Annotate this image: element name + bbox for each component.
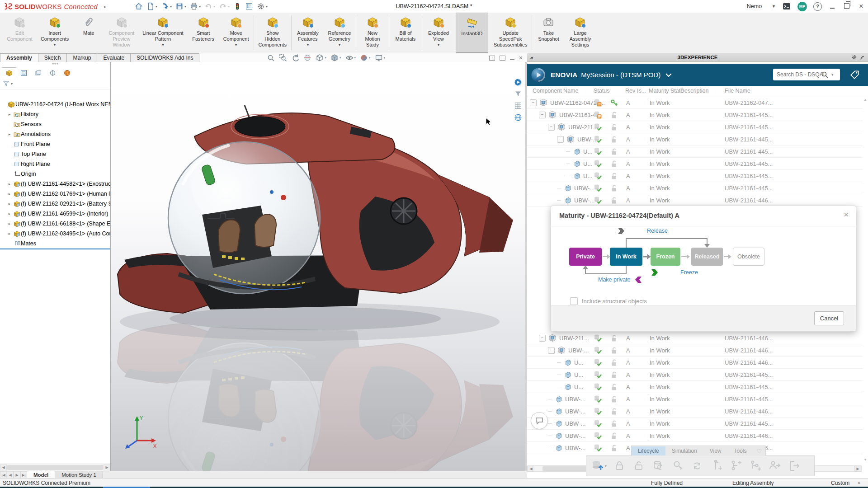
- collapse-icon[interactable]: −: [539, 335, 546, 342]
- maturity-state-frozen[interactable]: Frozen: [651, 248, 680, 266]
- maturity-state-private[interactable]: Private: [569, 248, 602, 266]
- tree-item--f-ubw-21161-46599-1-interior-[interactable]: ▸(f) UBW-21161-46599<1> (Interior): [0, 209, 110, 219]
- tab-assembly[interactable]: Assembly: [0, 53, 38, 62]
- expand-arrow-icon[interactable]: ▸: [6, 112, 13, 117]
- feature-panel-hscrollbar[interactable]: ◀ ▶: [0, 464, 110, 471]
- table-row[interactable]: U...AIn WorkUBW-21161-445...: [527, 369, 863, 381]
- exploded-view-button[interactable]: Exploded View▾: [423, 13, 454, 53]
- make-private-transition-link[interactable]: Make private: [598, 277, 631, 283]
- tree-item-sensors[interactable]: Sensors: [0, 119, 110, 129]
- table-row[interactable]: UBW-...AIn WorkUBW-21161-445...: [527, 393, 863, 405]
- print-icon[interactable]: ▾: [189, 1, 202, 11]
- feature-tree-tab[interactable]: [2, 67, 16, 78]
- tree-item--f-ubw-21161-66188-1-shape-ele[interactable]: ▸(f) UBW-21161-66188<1> (Shape Ele: [0, 219, 110, 229]
- tree-item--f-ubw-21162-03495-1-auto-con[interactable]: ▸(f) UBW-21162-03495<1> (Auto Con: [0, 229, 110, 239]
- reference-geometry-button[interactable]: Reference Geometry▾: [324, 13, 355, 53]
- tree-item-mates[interactable]: Mates: [0, 239, 110, 249]
- dimxpert-tab[interactable]: [45, 67, 60, 78]
- table-row[interactable]: U...AIn WorkUBW-21161-445...: [527, 158, 863, 170]
- favorites-heart-icon[interactable]: ♡: [753, 448, 766, 455]
- configuration-manager-tab[interactable]: [31, 67, 45, 78]
- lock-icon[interactable]: [613, 459, 626, 473]
- column-header-status[interactable]: Status: [594, 88, 609, 94]
- dropdown-icon[interactable]: ▾: [162, 43, 164, 47]
- table-row[interactable]: −UBW-...AIn WorkUBW-21161-445...: [527, 133, 863, 145]
- table-row[interactable]: UBW-...AIn WorkUBW-21161-446...: [527, 430, 863, 442]
- search-icon[interactable]: [821, 71, 829, 79]
- property-manager-tab[interactable]: [16, 67, 31, 78]
- settings-gear-icon[interactable]: ▾: [255, 1, 269, 11]
- large-assembly-settings-button[interactable]: Large Assembly Settings: [564, 13, 596, 53]
- open-icon[interactable]: ▾: [160, 1, 173, 11]
- undo-icon[interactable]: ▾: [217, 1, 231, 11]
- search-input[interactable]: [773, 71, 824, 78]
- session-chevron-icon[interactable]: [665, 73, 672, 77]
- freeze-transition-link[interactable]: Freeze: [680, 269, 698, 276]
- add-branch-icon[interactable]: [729, 459, 743, 473]
- graphics-viewport[interactable]: Y X: [111, 62, 525, 471]
- move-component-button[interactable]: Move Component▾: [219, 13, 253, 53]
- maturity-state-in-work[interactable]: In Work: [610, 248, 642, 266]
- collaboration-chat-button[interactable]: [531, 412, 548, 429]
- previous-view-icon[interactable]: [291, 54, 299, 62]
- cancel-button[interactable]: Cancel: [814, 311, 844, 325]
- column-header-description[interactable]: Description: [680, 88, 709, 94]
- expand-arrow-icon[interactable]: ▸: [6, 132, 13, 136]
- add-branch-alt-icon[interactable]: [749, 459, 762, 473]
- section-view-icon[interactable]: [303, 54, 311, 62]
- dropdown-icon[interactable]: ▾: [54, 43, 56, 47]
- table-row[interactable]: −UBW-211...AIn WorkUBW-21161-445...: [527, 121, 863, 133]
- user-menu[interactable]: Nemo▼: [747, 3, 776, 9]
- collapse-panel-icon[interactable]: »: [530, 53, 533, 61]
- lifecycle-tab-simulation[interactable]: Simulation: [665, 446, 703, 455]
- table-row[interactable]: U...AIn WorkUBW-21161-445...: [527, 381, 863, 393]
- table-row[interactable]: UBW-...AIn WorkUBW-21161-446...: [527, 405, 863, 418]
- tab-markup[interactable]: Markup: [66, 53, 97, 62]
- bottom-tab-motion-study-1[interactable]: Motion Study 1: [55, 471, 103, 479]
- linear-component-pattern-button[interactable]: Linear Component Pattern▾: [138, 13, 188, 53]
- maturity-state-obsolete[interactable]: Obsolete: [733, 248, 764, 266]
- column-header-is-[interactable]: Is...: [637, 88, 646, 94]
- expand-arrow-icon[interactable]: ▸: [6, 202, 13, 206]
- collapse-icon[interactable]: −: [539, 112, 546, 118]
- tag-icon[interactable]: [850, 70, 860, 80]
- new-document-icon[interactable]: ▾: [145, 1, 159, 11]
- scroll-left-icon[interactable]: ◀: [528, 466, 534, 472]
- collapse-icon[interactable]: −: [548, 347, 555, 354]
- scroll-right-icon[interactable]: ▶: [104, 465, 110, 470]
- panel-grip[interactable]: ●●●: [0, 62, 110, 66]
- sign-out-icon[interactable]: [788, 459, 801, 473]
- console-icon[interactable]: [782, 2, 791, 10]
- column-header-component-name[interactable]: Component Name: [533, 88, 578, 94]
- assembly-features-button[interactable]: Assembly Features▾: [292, 13, 324, 53]
- tab-sketch[interactable]: Sketch: [38, 53, 67, 62]
- scroll-left-icon[interactable]: ◀: [0, 465, 7, 470]
- show-hidden-components-button[interactable]: Show Hidden Components: [255, 13, 291, 53]
- expand-arrow-icon[interactable]: ▸: [6, 211, 13, 216]
- insert-components-button[interactable]: Insert Components▾: [37, 13, 73, 53]
- table-row[interactable]: −UBW-21161-4...AIn WorkUBW-21161-445...: [527, 109, 863, 121]
- options-list-icon[interactable]: [244, 1, 255, 11]
- save-to-3dexperience-icon[interactable]: ▾: [591, 459, 607, 473]
- collapse-icon[interactable]: −: [557, 136, 564, 143]
- expand-arrow-icon[interactable]: ▸: [6, 221, 13, 226]
- tree-item-annotations[interactable]: ▸AAnnotations: [0, 129, 110, 139]
- enovia-compass-icon[interactable]: [531, 67, 546, 83]
- tab-evaluate[interactable]: Evaluate: [97, 53, 131, 62]
- tree-item-front-plane[interactable]: Front Plane: [0, 139, 110, 149]
- tree-item--f-ubw-21162-02921-1-battery-s[interactable]: ▸(f) UBW-21162-02921<1> (Battery Sy: [0, 199, 110, 209]
- search-scope-dropdown-icon[interactable]: ▾: [831, 72, 834, 77]
- include-structural-objects-checkbox[interactable]: Include structural objects: [570, 297, 647, 305]
- zoom-fit-icon[interactable]: [267, 54, 275, 62]
- session-label[interactable]: MySession - (DTSM POD): [581, 71, 660, 79]
- update-database-icon[interactable]: [651, 459, 665, 473]
- bill-of-materials-button[interactable]: Bill of Materials: [390, 13, 421, 53]
- tab-solidworks-add-ins[interactable]: SOLIDWORKS Add-Ins: [130, 53, 199, 62]
- maturity-state-released[interactable]: Released: [691, 248, 723, 266]
- table-vscrollbar[interactable]: ▲▼: [863, 97, 868, 464]
- filter-funnel-icon[interactable]: [3, 80, 9, 87]
- grid-icon[interactable]: [514, 102, 522, 110]
- scroll-right-icon[interactable]: ▶: [854, 466, 861, 472]
- reassign-owner-icon[interactable]: [768, 459, 782, 473]
- insert-new-icon[interactable]: [710, 459, 723, 473]
